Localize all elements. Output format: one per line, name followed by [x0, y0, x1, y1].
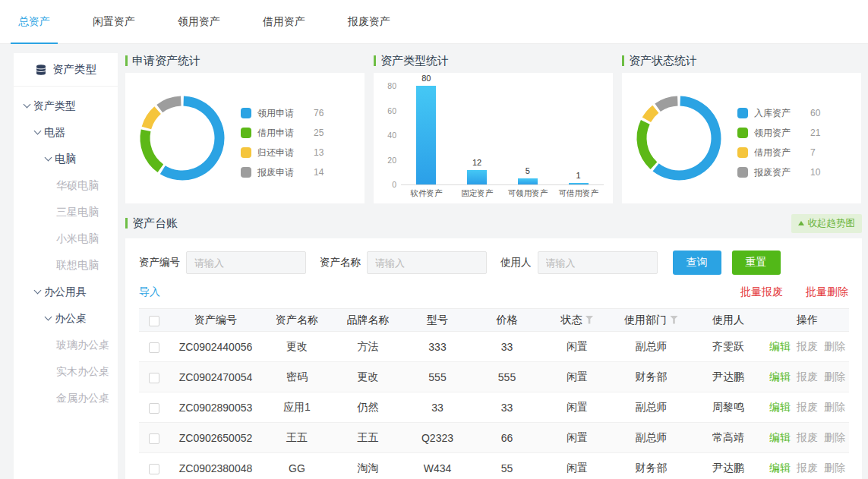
filter-icon[interactable]: [670, 316, 678, 324]
row-checkbox[interactable]: [149, 342, 159, 353]
ledger-header: 资产台账 收起趋势图: [125, 213, 862, 234]
cell-price: 33: [471, 392, 543, 423]
scrap-link[interactable]: 报废: [797, 401, 818, 413]
legend-item-0[interactable]: 领用申请76: [241, 103, 324, 123]
tree-item-label: 三星电脑: [56, 206, 99, 219]
sidebar-item-10[interactable]: 实木办公桌: [14, 358, 118, 385]
delete-link[interactable]: 删除: [824, 462, 845, 474]
tab-2[interactable]: 领用资产: [170, 0, 228, 44]
search-row: 资产编号资产名称使用人查询重置: [139, 251, 848, 275]
bar: [467, 170, 487, 185]
sidebar-item-1[interactable]: 电器: [14, 119, 118, 146]
tree-item-label: 电脑: [55, 153, 76, 166]
legend-item-2[interactable]: 借用资产7: [737, 143, 820, 162]
legend-color-chip: [737, 167, 748, 178]
edit-link[interactable]: 编辑: [769, 401, 791, 413]
ledger-title: 资产台账: [132, 216, 178, 231]
legend-color-chip: [737, 128, 748, 138]
scrap-link[interactable]: 报废: [797, 340, 818, 352]
row-checkbox[interactable]: [149, 433, 159, 444]
bar-column-3: 1可借用资产: [553, 87, 604, 184]
scrap-link[interactable]: 报废: [797, 431, 818, 443]
donut-segment-0: [163, 101, 219, 175]
sidebar-item-2[interactable]: 电脑: [14, 146, 118, 172]
tab-4[interactable]: 报废资产: [340, 0, 398, 44]
ledger-panel: 资产编号资产名称使用人查询重置 导入 批量报废 批量删除 资产编号资产名称品牌名…: [125, 238, 862, 479]
y-axis-tick: 60: [387, 106, 396, 115]
sidebar-item-0[interactable]: 资产类型: [14, 93, 118, 119]
row-checkbox[interactable]: [149, 464, 159, 474]
delete-link[interactable]: 删除: [824, 370, 845, 383]
edit-link[interactable]: 编辑: [769, 462, 791, 474]
legend-item-1[interactable]: 领用资产21: [737, 123, 820, 143]
legend-item-3[interactable]: 报废申请14: [241, 162, 324, 182]
sidebar-item-4[interactable]: 三星电脑: [14, 199, 118, 225]
scrap-link[interactable]: 报废: [797, 462, 818, 474]
sidebar-item-9[interactable]: 玻璃办公桌: [14, 332, 118, 358]
cell-name: 密码: [262, 362, 332, 392]
tab-1[interactable]: 闲置资产: [85, 0, 143, 44]
import-link[interactable]: 导入: [139, 285, 160, 299]
bar: [416, 86, 436, 184]
legend-item-1[interactable]: 借用申请25: [241, 123, 324, 143]
cell-model: 333: [404, 332, 471, 362]
edit-link[interactable]: 编辑: [769, 370, 791, 383]
table-row-1: ZC0902470054密码更改555555闲置财务部尹达鹏编辑报废删除: [139, 362, 849, 392]
cell-price: 555: [471, 362, 543, 392]
edit-link[interactable]: 编辑: [769, 431, 791, 443]
search-input-2[interactable]: [538, 251, 658, 274]
reset-button[interactable]: 重置: [732, 251, 781, 275]
cell-brand: 更改: [332, 362, 404, 392]
row-checkbox[interactable]: [149, 373, 159, 383]
scrap-link[interactable]: 报废: [797, 370, 818, 383]
legend-value: 10: [810, 167, 820, 178]
asset-table-header: 资产编号资产名称品牌名称型号价格状态使用部门使用人操作: [139, 309, 849, 332]
chart-title: 资产状态统计: [629, 54, 697, 68]
column-header-4: 价格: [471, 309, 543, 332]
collapse-trend-button[interactable]: 收起趋势图: [791, 214, 863, 233]
cell-brand: 方法: [332, 332, 404, 362]
legend-color-chip: [241, 108, 251, 118]
column-header-label: 资产名称: [276, 314, 318, 326]
y-axis-tick: 20: [387, 156, 396, 165]
cell-price: 33: [471, 332, 543, 362]
legend-label: 入库资产: [754, 107, 800, 120]
row-select-cell: [139, 392, 169, 423]
legend-item-2[interactable]: 归还申请13: [241, 143, 324, 162]
sidebar-item-5[interactable]: 小米电脑: [14, 225, 118, 252]
cell-status: 闲置: [543, 392, 611, 423]
batch-delete-link[interactable]: 批量删除: [806, 285, 848, 299]
triangle-up-icon: [798, 221, 804, 225]
cell-department: 财务部: [611, 453, 691, 479]
column-header-1: 资产名称: [262, 309, 332, 332]
donut-segment-0: [656, 101, 716, 175]
legend-item-3[interactable]: 报废资产10: [737, 162, 820, 182]
legend-item-0[interactable]: 入库资产60: [737, 103, 820, 123]
sidebar-item-7[interactable]: 办公用具: [14, 279, 118, 305]
search-input-0[interactable]: [186, 251, 306, 274]
delete-link[interactable]: 删除: [824, 340, 845, 352]
legend-label: 领用资产: [754, 127, 800, 140]
query-button[interactable]: 查询: [673, 251, 721, 275]
delete-link[interactable]: 删除: [824, 401, 845, 413]
sidebar-item-11[interactable]: 金属办公桌: [14, 385, 118, 411]
bar-chart-plot: 02040608080软件资产12固定资产5可领用资产1可借用资产: [401, 87, 604, 185]
delete-link[interactable]: 删除: [824, 431, 845, 443]
edit-link[interactable]: 编辑: [769, 340, 791, 352]
y-axis-tick: 80: [387, 81, 396, 90]
sidebar-item-6[interactable]: 联想电脑: [14, 252, 118, 279]
batch-scrap-link[interactable]: 批量报废: [740, 285, 783, 299]
search-field-label: 资产名称: [320, 256, 361, 269]
filter-icon[interactable]: [586, 316, 594, 324]
select-all-checkbox[interactable]: [149, 316, 159, 326]
cell-code: ZC0902380048: [169, 453, 262, 479]
row-checkbox[interactable]: [149, 403, 159, 414]
column-header-7: 使用人: [691, 309, 765, 332]
search-input-1[interactable]: [367, 251, 487, 274]
table-row-2: ZC0902890053应用1仍然3333闲置副总师周黎鸣编辑报废删除: [139, 392, 849, 423]
sidebar-item-3[interactable]: 华硕电脑: [14, 172, 118, 199]
tab-3[interactable]: 借用资产: [255, 0, 313, 44]
tab-0[interactable]: 总资产: [11, 0, 58, 44]
donut-segment-2: [646, 109, 655, 120]
sidebar-item-8[interactable]: 办公桌: [14, 305, 118, 332]
